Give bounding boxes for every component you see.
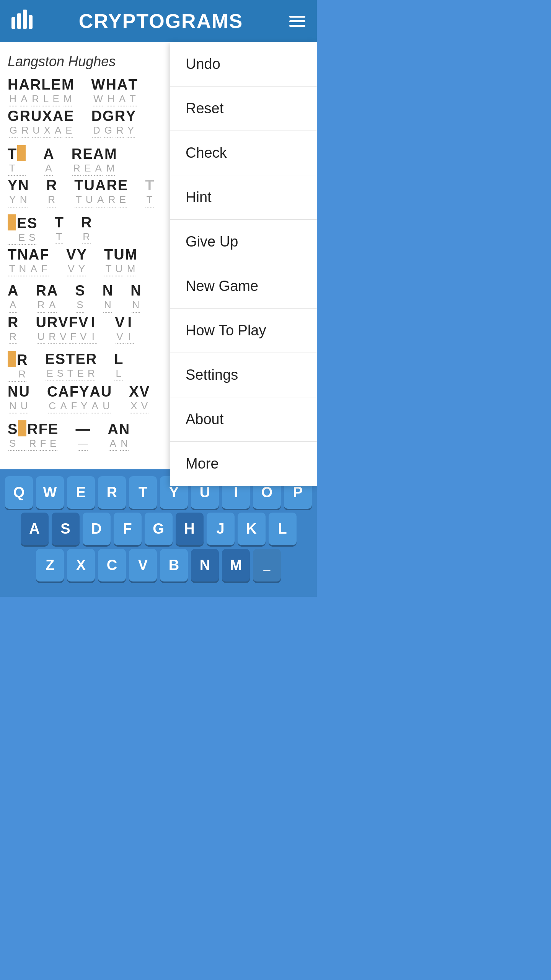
key-backspace[interactable]: _ xyxy=(253,549,281,581)
puzzle-word: D D G G R R Y Y xyxy=(91,109,136,138)
puzzle-row: T T N N A A F F xyxy=(8,247,163,276)
letter-group: H H xyxy=(106,77,116,106)
letter-group: R R xyxy=(115,109,125,138)
key-d[interactable]: D xyxy=(83,513,111,545)
cipher-letter xyxy=(8,367,16,382)
menu-item-settings[interactable]: Settings xyxy=(170,353,317,397)
menu-item-how-to-play[interactable]: How To Play xyxy=(170,309,317,353)
cipher-letter: E xyxy=(76,366,85,381)
answer-letter: R xyxy=(20,109,30,123)
letter-group: T T xyxy=(8,247,16,276)
answer-letter: X xyxy=(42,109,52,123)
key-g[interactable]: G xyxy=(145,513,173,545)
letter-group: T T xyxy=(74,178,83,207)
key-x[interactable]: X xyxy=(67,549,95,581)
key-q[interactable]: Q xyxy=(5,476,33,509)
menu-item-undo[interactable]: Undo xyxy=(170,42,317,87)
letter-group: G G xyxy=(103,109,114,138)
key-h[interactable]: H xyxy=(176,513,204,545)
cipher-letter: R xyxy=(37,298,45,312)
puzzle-block-1: H H A A R R L L xyxy=(8,77,163,138)
cipher-letter: A xyxy=(48,298,57,312)
letter-group: E E xyxy=(118,178,127,207)
key-t[interactable]: T xyxy=(129,476,157,509)
key-c[interactable]: C xyxy=(98,549,126,581)
answer-letter: G xyxy=(103,109,114,123)
answer-letter: N xyxy=(8,384,18,399)
letter-group: E E xyxy=(75,352,85,381)
letter-group: U U xyxy=(84,178,94,207)
cipher-letter: T xyxy=(66,366,75,381)
letter-group: V V xyxy=(58,315,68,344)
hamburger-menu-icon[interactable] xyxy=(289,16,305,27)
puzzle-word: G G R R U U X X xyxy=(8,109,74,138)
menu-item-give-up[interactable]: Give Up xyxy=(170,220,317,264)
answer-letter: N xyxy=(18,178,28,193)
letter-group: N N xyxy=(130,283,141,312)
key-f[interactable]: F xyxy=(114,513,142,545)
answer-letter: Y xyxy=(79,384,89,399)
letter-group: A A xyxy=(19,77,29,106)
cipher-letter: F xyxy=(40,262,49,276)
answer-letter: V xyxy=(140,384,149,399)
letter-group: M M xyxy=(62,77,74,106)
letter-group: V V xyxy=(115,315,124,344)
answer-letter: E xyxy=(45,352,54,366)
cipher-letter: I xyxy=(89,330,97,344)
menu-item-new-game[interactable]: New Game xyxy=(170,264,317,309)
letter-group: N N xyxy=(17,247,28,276)
letter-group: A A xyxy=(90,384,100,413)
key-l[interactable]: L xyxy=(269,513,297,545)
menu-item-check[interactable]: Check xyxy=(170,131,317,175)
letter-group: F F xyxy=(70,384,78,413)
puzzle-word: L L xyxy=(114,352,123,381)
cipher-letter: N xyxy=(103,298,112,312)
letter-group: M M xyxy=(125,247,137,276)
key-a[interactable]: A xyxy=(21,513,49,545)
svg-rect-1 xyxy=(17,13,21,29)
letter-group: T T xyxy=(8,147,16,176)
cipher-letter: Y xyxy=(77,262,86,276)
puzzle-word: N N U U xyxy=(8,384,29,413)
key-b[interactable]: B xyxy=(160,549,188,581)
stats-icon[interactable] xyxy=(11,10,33,33)
cipher-letter: G xyxy=(104,123,112,138)
letter-group: R R xyxy=(86,352,96,381)
menu-item-hint[interactable]: Hint xyxy=(170,175,317,220)
key-s[interactable]: S xyxy=(52,513,80,545)
letter-group: Y Y xyxy=(8,178,17,207)
cipher-letter: F xyxy=(69,330,77,344)
answer-letter-highlighted xyxy=(8,214,16,230)
puzzle-word: T T U U A A R R xyxy=(74,178,127,207)
menu-item-about[interactable]: About xyxy=(170,397,317,442)
letter-group: D D xyxy=(91,109,102,138)
letter-group: I I xyxy=(126,315,134,344)
answer-letter: T xyxy=(74,178,83,193)
cipher-letter: R xyxy=(87,366,95,381)
answer-letter: T xyxy=(128,77,137,92)
key-e[interactable]: E xyxy=(67,476,95,509)
cipher-letter: H xyxy=(9,92,17,106)
cipher-letter: T xyxy=(145,193,154,207)
key-w[interactable]: W xyxy=(36,476,64,509)
menu-item-more[interactable]: More xyxy=(170,442,317,486)
cipher-letter: A xyxy=(109,436,117,451)
key-j[interactable]: J xyxy=(207,513,235,545)
menu-item-reset[interactable]: Reset xyxy=(170,87,317,131)
cipher-letter: V xyxy=(140,399,148,413)
answer-letter: E xyxy=(75,352,85,366)
key-n[interactable]: N xyxy=(191,549,219,581)
cipher-letter: E xyxy=(46,366,54,381)
letter-group: A A xyxy=(93,147,103,176)
letter-group: U U xyxy=(101,384,111,413)
answer-letter: R xyxy=(81,215,91,230)
key-z[interactable]: Z xyxy=(36,549,64,581)
puzzle-row: E E S S T T xyxy=(8,214,163,245)
letter-group: A A xyxy=(58,384,68,413)
key-k[interactable]: K xyxy=(238,513,266,545)
key-r[interactable]: R xyxy=(98,476,126,509)
key-m[interactable]: M xyxy=(222,549,250,581)
letter-group: X X xyxy=(129,384,139,413)
key-v[interactable]: V xyxy=(129,549,157,581)
puzzle-block-6: S S R R F F xyxy=(8,420,163,451)
